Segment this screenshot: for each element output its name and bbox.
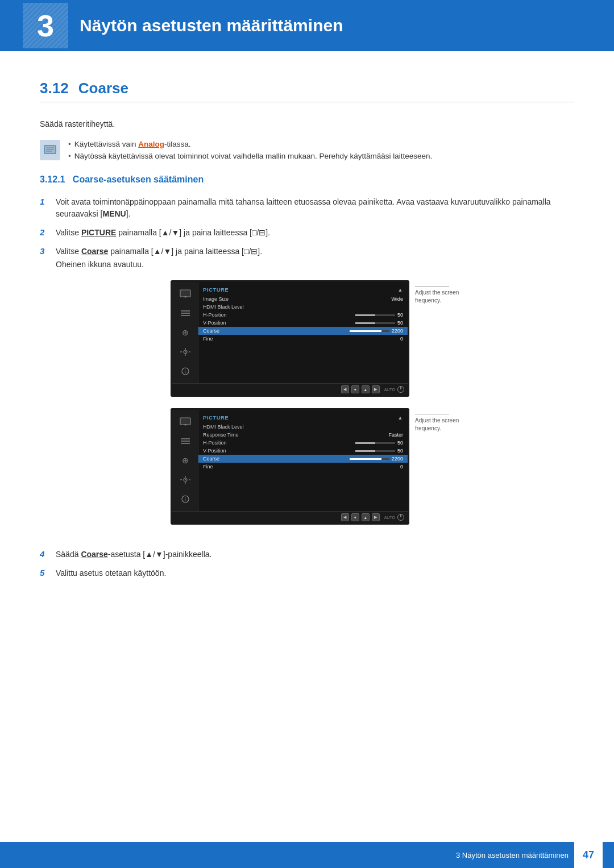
- osd-sidebar-2: ⊕: [172, 410, 198, 511]
- step-2: 2 Valitse PICTURE painamalla [▲/▼] ja pa…: [40, 227, 574, 239]
- note-box: Käytettävissä vain Analog-tilassa. Näytö…: [40, 140, 574, 160]
- osd-icon-settings-2: [177, 474, 194, 486]
- section-heading: 3.12 Coarse: [40, 80, 574, 102]
- osd-category-1: PICTURE ▲: [198, 286, 408, 295]
- ctrl-right-2: ▶: [372, 513, 380, 521]
- screen-note-1: Adjust the screen frequency.: [415, 286, 478, 305]
- header-banner: 3 Näytön asetusten määrittäminen: [0, 0, 614, 51]
- section-number: 3.12: [40, 80, 69, 97]
- osd-row-hpos-2: H-Position 50: [198, 439, 408, 447]
- osd-icon-monitor-2: [177, 416, 194, 428]
- svg-point-12: [185, 351, 186, 352]
- ctrl-up: ▲: [362, 385, 370, 393]
- osd-icon-settings: [177, 346, 194, 358]
- footer-text: 3 Näytön asetusten määrittäminen: [456, 851, 569, 859]
- ctrl-down: ▼: [351, 385, 359, 393]
- osd-row-vpos-2: V-Position 50: [198, 447, 408, 455]
- main-content: 3.12 Coarse Säädä rasteritiheyttä. Käyte…: [0, 51, 614, 636]
- ctrl-left-2: ◀: [341, 513, 349, 521]
- osd-row-vpos: V-Position 50: [198, 319, 408, 327]
- osd-row-coarse-2: Coarse 2200: [198, 455, 408, 463]
- section-title: Coarse: [78, 80, 128, 97]
- note-item-1: Käytettävissä vain Analog-tilassa.: [68, 140, 432, 148]
- osd-row-fine-2: Fine 0: [198, 463, 408, 471]
- svg-text:⊕: ⊕: [182, 456, 189, 465]
- osd-menu-1: PICTURE ▲ Image Size Wide: [198, 282, 408, 383]
- monitor-frame-1: ⊕: [171, 280, 409, 397]
- screen-mockup-container: ⊕: [74, 280, 574, 525]
- osd-icon-info-2: i: [177, 493, 194, 505]
- chapter-number: 3: [37, 10, 54, 41]
- ctrl-left: ◀: [341, 385, 349, 393]
- osd-controls-2: ◀ ▼ ▲ ▶ AUTO: [172, 511, 408, 523]
- screen-mockup-2: ⊕: [171, 408, 478, 525]
- osd-icon-lines-2: [177, 435, 194, 447]
- ctrl-power-2: [397, 514, 404, 521]
- footer-page-number: 47: [574, 842, 603, 868]
- osd-row-response: Response Time Faster: [198, 431, 408, 439]
- ctrl-auto-label-2: AUTO: [384, 516, 395, 520]
- step-3-container: 3 Valitse Coarse painamalla [▲/▼] ja pai…: [40, 246, 574, 542]
- osd-icon-info: i: [177, 365, 194, 377]
- note-content: Käytettävissä vain Analog-tilassa. Näytö…: [68, 140, 432, 160]
- step-5: 5 Valittu asetus otetaan käyttöön.: [40, 567, 574, 579]
- chapter-number-box: 3: [23, 3, 68, 48]
- step-4: 4 Säädä Coarse-asetusta [▲/▼]-painikkeel…: [40, 549, 574, 560]
- ctrl-down-2: ▼: [351, 513, 359, 521]
- osd-controls-1: ◀ ▼ ▲ ▶ AUTO: [172, 383, 408, 395]
- osd-sidebar-1: ⊕: [172, 282, 198, 383]
- osd-category-2: PICTURE ▲: [198, 414, 408, 423]
- osd-icon-lines: [177, 307, 194, 319]
- ctrl-auto-label: AUTO: [384, 388, 395, 392]
- step-1: 1 Voit avata toimintonäppäinoppaan paina…: [40, 196, 574, 220]
- step-3-subtext: Oheinen ikkuna avautuu.: [56, 260, 574, 269]
- osd-row-fine-1: Fine 0: [198, 335, 408, 343]
- svg-text:i: i: [185, 497, 186, 502]
- osd-row-hdmi: HDMI Black Level: [198, 303, 408, 311]
- svg-point-27: [185, 479, 186, 480]
- sub-section-heading: 3.12.1 Coarse-asetuksen säätäminen: [40, 175, 574, 185]
- screen-mockup-1: ⊕: [171, 280, 478, 397]
- note-item-2: Näytössä käytettävissä olevat toiminnot …: [68, 152, 432, 160]
- svg-text:i: i: [185, 369, 186, 375]
- steps-list: 1 Voit avata toimintonäppäinoppaan paina…: [40, 196, 574, 579]
- ctrl-up-2: ▲: [362, 513, 370, 521]
- note-icon: [40, 140, 60, 160]
- svg-rect-19: [180, 418, 190, 425]
- page-footer: 3 Näytön asetusten määrittäminen 47: [0, 842, 614, 868]
- osd-icon-arrows: ⊕: [177, 326, 194, 339]
- osd-icon-arrows-2: ⊕: [177, 454, 194, 467]
- osd-row-coarse-1: Coarse 2200: [198, 327, 408, 335]
- ctrl-power: [397, 386, 404, 393]
- monitor-frame-2: ⊕: [171, 408, 409, 525]
- osd-row-hdmi-2: HDMI Black Level: [198, 423, 408, 431]
- chapter-title: Näytön asetusten määrittäminen: [80, 16, 343, 35]
- osd-row-hpos: H-Position 50: [198, 311, 408, 319]
- svg-rect-4: [180, 290, 190, 297]
- svg-text:⊕: ⊕: [182, 328, 189, 337]
- osd-menu-2: PICTURE ▲ HDMI Black Level: [198, 410, 408, 511]
- screen-note-2: Adjust the screen frequency.: [415, 414, 478, 433]
- osd-row-image-size: Image Size Wide: [198, 295, 408, 303]
- ctrl-right: ▶: [372, 385, 380, 393]
- osd-icon-monitor: [177, 288, 194, 300]
- intro-text: Säädä rasteritiheyttä.: [40, 119, 574, 128]
